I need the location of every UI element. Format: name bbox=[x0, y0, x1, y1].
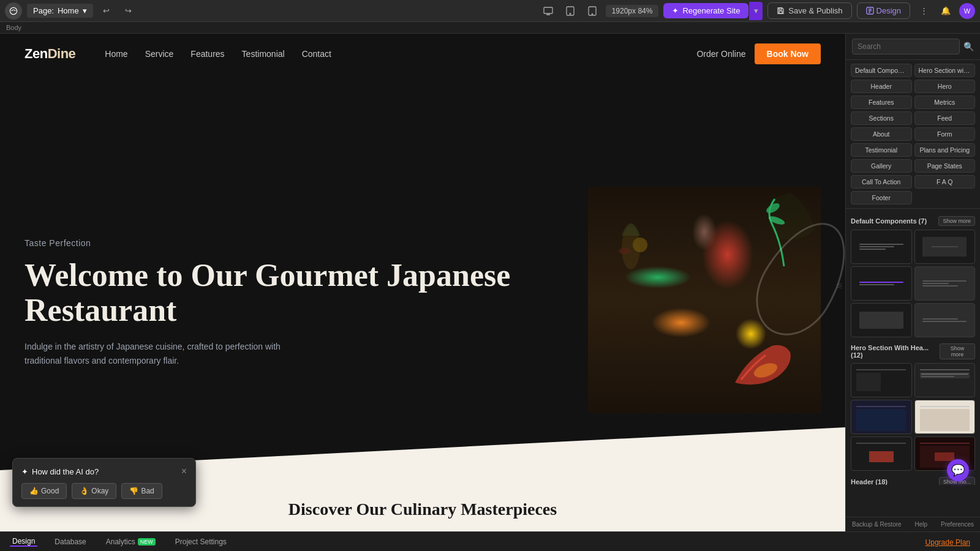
filter-gallery[interactable]: Gallery bbox=[851, 159, 912, 173]
filter-header[interactable]: Header bbox=[851, 80, 912, 93]
component-card[interactable] bbox=[914, 266, 976, 301]
filter-hero-section-header[interactable]: Hero Section with Header bbox=[914, 64, 976, 77]
feedback-good-button[interactable]: 👍 Good bbox=[21, 483, 67, 499]
thumbs-neutral-icon: 👌 bbox=[80, 487, 89, 495]
filter-feed[interactable]: Feed bbox=[914, 111, 976, 125]
page-selector[interactable]: Page: Home ▾ bbox=[27, 4, 93, 18]
filter-default-components[interactable]: Default Components bbox=[851, 64, 912, 77]
components-list: Default Components (7) Show more bbox=[846, 209, 980, 485]
regenerate-button[interactable]: ✦ Regenerate Site bbox=[663, 3, 748, 18]
nav-features[interactable]: Features bbox=[190, 49, 224, 59]
filter-footer[interactable]: Footer bbox=[851, 191, 912, 204]
ai-feedback-dialog: ✦ How did the AI do? × 👍 Good 👌 Okay bbox=[12, 458, 196, 507]
preferences-link[interactable]: Preferences bbox=[941, 521, 974, 528]
component-card[interactable] bbox=[851, 437, 912, 471]
discover-title: Discover Our Culinary Masterpieces bbox=[288, 500, 557, 519]
thumbs-down-icon: 👎 bbox=[129, 487, 138, 495]
ai-dialog-close-button[interactable]: × bbox=[181, 466, 187, 477]
svg-rect-6 bbox=[779, 11, 782, 13]
help-link[interactable]: Help bbox=[915, 521, 928, 528]
thumbs-up-icon: 👍 bbox=[29, 487, 39, 495]
filter-hero[interactable]: Hero bbox=[914, 80, 976, 93]
filter-buttons-grid: Default Components Hero Section with Hea… bbox=[846, 60, 980, 209]
search-input[interactable] bbox=[852, 39, 960, 54]
component-card[interactable] bbox=[851, 363, 912, 397]
tab-database[interactable]: Database bbox=[52, 538, 88, 546]
nav-service[interactable]: Service bbox=[145, 49, 174, 59]
component-card[interactable] bbox=[851, 400, 912, 434]
filter-testimonial[interactable]: Testimonial bbox=[851, 143, 912, 157]
feedback-okay-button[interactable]: 👌 Okay bbox=[72, 483, 116, 499]
book-now-button[interactable]: Book Now bbox=[755, 43, 821, 64]
hero-left: Taste Perfection Welcome to Our Gourmet … bbox=[24, 238, 582, 367]
analytics-new-badge: NEW bbox=[138, 538, 156, 545]
component-card[interactable] bbox=[851, 230, 912, 264]
hero-tagline: Taste Perfection bbox=[24, 238, 570, 248]
right-panel: 🔍 Default Components Hero Section with H… bbox=[845, 34, 980, 531]
component-card[interactable] bbox=[851, 303, 912, 337]
filter-sections[interactable]: Sections bbox=[851, 111, 912, 125]
regenerate-dropdown[interactable]: ▾ bbox=[749, 2, 763, 20]
filter-plans-pricing[interactable]: Plans and Pricing bbox=[914, 143, 976, 157]
canvas[interactable]: ZenDine Home Service Features Testimonia… bbox=[0, 34, 845, 531]
component-search: 🔍 bbox=[846, 34, 980, 60]
backup-restore-link[interactable]: Backup & Restore bbox=[852, 521, 902, 528]
default-components-grid bbox=[851, 230, 975, 337]
component-card[interactable] bbox=[914, 363, 976, 397]
dimension-display: 1920px 84% bbox=[606, 5, 659, 17]
chevron-down-icon: ▾ bbox=[83, 6, 87, 15]
body-label: Body bbox=[0, 22, 980, 34]
filter-faq[interactable]: F A Q bbox=[914, 175, 976, 189]
order-online-link[interactable]: Order Online bbox=[696, 49, 745, 59]
design-button[interactable]: Design bbox=[857, 2, 910, 19]
filter-metrics[interactable]: Metrics bbox=[914, 96, 976, 109]
search-icon[interactable]: 🔍 bbox=[963, 42, 974, 51]
component-card[interactable] bbox=[914, 303, 976, 337]
more-options-button[interactable]: ⋮ bbox=[915, 2, 932, 20]
user-avatar[interactable]: W bbox=[959, 3, 975, 19]
filter-features[interactable]: Features bbox=[851, 96, 912, 109]
undo-button[interactable]: ↩ bbox=[98, 2, 115, 20]
component-thumbnail bbox=[915, 230, 975, 263]
nav-contact[interactable]: Contact bbox=[302, 49, 331, 59]
component-thumbnail bbox=[851, 267, 911, 300]
header-section-title: Header (18) bbox=[851, 478, 888, 485]
filter-page-states[interactable]: Page States bbox=[914, 159, 976, 173]
filter-about[interactable]: About bbox=[851, 127, 912, 141]
component-thumbnail bbox=[851, 230, 911, 263]
filter-form[interactable]: Form bbox=[914, 127, 976, 141]
tab-project-settings[interactable]: Project Settings bbox=[173, 538, 229, 546]
top-bar: Page: Home ▾ ↩ ↪ 1920px 84% ✦ Regenerate… bbox=[0, 0, 980, 22]
nav-home[interactable]: Home bbox=[105, 49, 127, 59]
app-logo[interactable] bbox=[5, 2, 22, 20]
ai-sparkle-icon: ✦ bbox=[21, 467, 28, 476]
hero-section-header: Hero Section With Hea... (12) Show more bbox=[851, 343, 975, 359]
save-publish-button[interactable]: Save & Publish bbox=[767, 2, 851, 19]
component-thumbnail bbox=[851, 304, 911, 337]
feedback-bad-button[interactable]: 👎 Bad bbox=[121, 483, 162, 499]
hero-section-show-more[interactable]: Show more bbox=[940, 343, 975, 359]
ai-feedback-buttons: 👍 Good 👌 Okay 👎 Bad bbox=[21, 483, 187, 499]
site-preview: ZenDine Home Service Features Testimonia… bbox=[0, 34, 845, 531]
desktop-view-button[interactable] bbox=[540, 2, 557, 20]
tab-design[interactable]: Design bbox=[10, 537, 37, 547]
hero-title: Welcome to Our Gourmet Japanese Restaura… bbox=[24, 258, 570, 328]
redo-button[interactable]: ↪ bbox=[120, 2, 137, 20]
filter-call-to-action[interactable]: Call To Action bbox=[851, 175, 912, 189]
tablet-view-button[interactable] bbox=[562, 2, 579, 20]
default-components-show-more[interactable]: Show more bbox=[938, 216, 975, 226]
nav-testimonial[interactable]: Testimonial bbox=[242, 49, 285, 59]
ai-dialog-title: ✦ How did the AI do? bbox=[21, 467, 99, 476]
chat-button[interactable]: 💬 bbox=[947, 459, 969, 481]
ai-dialog-header: ✦ How did the AI do? × bbox=[21, 466, 187, 477]
component-card[interactable] bbox=[914, 230, 976, 264]
component-thumbnail bbox=[915, 304, 975, 337]
page-label: Page: bbox=[33, 6, 54, 15]
upgrade-plan-link[interactable]: Upgrade Plan bbox=[925, 538, 970, 547]
svg-point-5 bbox=[592, 13, 592, 14]
component-card[interactable] bbox=[851, 266, 912, 301]
component-card[interactable] bbox=[914, 400, 976, 434]
notifications-button[interactable]: 🔔 bbox=[937, 2, 954, 20]
tab-analytics[interactable]: Analytics NEW bbox=[104, 538, 158, 546]
mobile-view-button[interactable] bbox=[584, 2, 601, 20]
